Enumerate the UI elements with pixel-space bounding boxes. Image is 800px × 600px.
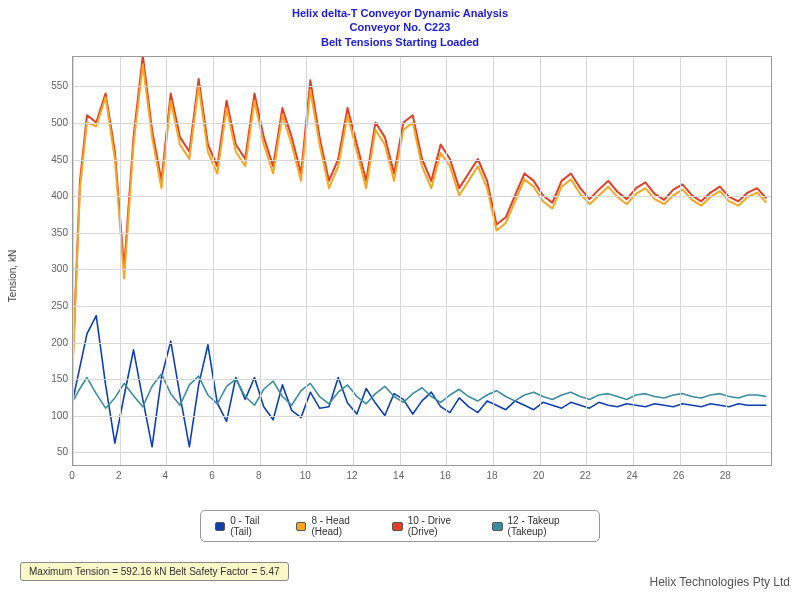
x-tick-label: 14 <box>384 470 414 481</box>
legend-item: 10 - Drive (Drive) <box>392 515 470 537</box>
chart-title-block: Helix delta-T Conveyor Dynamic Analysis … <box>0 0 800 49</box>
y-tick-label: 350 <box>38 226 68 237</box>
grid-line <box>73 343 771 344</box>
grid-line <box>680 57 681 465</box>
grid-line <box>120 57 121 465</box>
grid-line <box>73 196 771 197</box>
grid-line <box>73 416 771 417</box>
x-tick-label: 18 <box>477 470 507 481</box>
y-tick-label: 50 <box>38 446 68 457</box>
grid-line <box>353 57 354 465</box>
legend-swatch <box>296 522 306 531</box>
grid-line <box>73 452 771 453</box>
plot-area <box>72 56 772 466</box>
legend-swatch <box>215 522 225 531</box>
legend-swatch <box>392 522 402 531</box>
y-tick-label: 100 <box>38 409 68 420</box>
series-line <box>73 57 766 356</box>
grid-line <box>633 57 634 465</box>
y-tick-label: 550 <box>38 80 68 91</box>
grid-line <box>73 379 771 380</box>
legend-item: 8 - Head (Head) <box>296 515 370 537</box>
x-tick-label: 20 <box>524 470 554 481</box>
y-tick-label: 250 <box>38 299 68 310</box>
grid-line <box>306 57 307 465</box>
legend-label: 12 - Takeup (Takeup) <box>508 515 585 537</box>
y-tick-label: 450 <box>38 153 68 164</box>
x-tick-label: 6 <box>197 470 227 481</box>
legend-swatch <box>492 522 502 531</box>
brand-footer: Helix Technologies Pty Ltd <box>649 575 790 589</box>
status-readout: Maximum Tension = 592.16 kN Belt Safety … <box>20 562 289 581</box>
series-svg <box>73 57 771 465</box>
x-tick-label: 2 <box>104 470 134 481</box>
grid-line <box>73 57 74 465</box>
grid-line <box>166 57 167 465</box>
legend-label: 8 - Head (Head) <box>311 515 370 537</box>
y-tick-label: 300 <box>38 263 68 274</box>
x-tick-label: 16 <box>430 470 460 481</box>
grid-line <box>73 306 771 307</box>
grid-line <box>726 57 727 465</box>
grid-line <box>73 160 771 161</box>
y-tick-label: 400 <box>38 190 68 201</box>
grid-line <box>73 123 771 124</box>
legend-label: 10 - Drive (Drive) <box>408 515 471 537</box>
x-tick-label: 12 <box>337 470 367 481</box>
x-tick-label: 24 <box>617 470 647 481</box>
grid-line <box>586 57 587 465</box>
legend: 0 - Tail (Tail)8 - Head (Head)10 - Drive… <box>200 510 600 542</box>
x-tick-label: 26 <box>664 470 694 481</box>
y-tick-label: 500 <box>38 116 68 127</box>
title-line-2: Conveyor No. C223 <box>0 20 800 34</box>
title-line-1: Helix delta-T Conveyor Dynamic Analysis <box>0 6 800 20</box>
grid-line <box>73 269 771 270</box>
y-tick-label: 200 <box>38 336 68 347</box>
title-line-3: Belt Tensions Starting Loaded <box>0 35 800 49</box>
series-line <box>73 64 766 359</box>
x-tick-label: 22 <box>570 470 600 481</box>
grid-line <box>446 57 447 465</box>
y-tick-label: 150 <box>38 373 68 384</box>
chart-area: Tension, kN Time, seconds 50100150200250… <box>30 56 780 496</box>
grid-line <box>213 57 214 465</box>
grid-line <box>260 57 261 465</box>
grid-line <box>540 57 541 465</box>
y-axis-label: Tension, kN <box>7 250 18 302</box>
legend-item: 12 - Takeup (Takeup) <box>492 515 585 537</box>
x-tick-label: 10 <box>290 470 320 481</box>
grid-line <box>493 57 494 465</box>
x-tick-label: 8 <box>244 470 274 481</box>
grid-line <box>73 86 771 87</box>
x-tick-label: 0 <box>57 470 87 481</box>
series-line <box>73 316 766 447</box>
grid-line <box>73 233 771 234</box>
grid-line <box>400 57 401 465</box>
legend-label: 0 - Tail (Tail) <box>230 515 274 537</box>
legend-item: 0 - Tail (Tail) <box>215 515 274 537</box>
x-tick-label: 28 <box>710 470 740 481</box>
x-tick-label: 4 <box>150 470 180 481</box>
